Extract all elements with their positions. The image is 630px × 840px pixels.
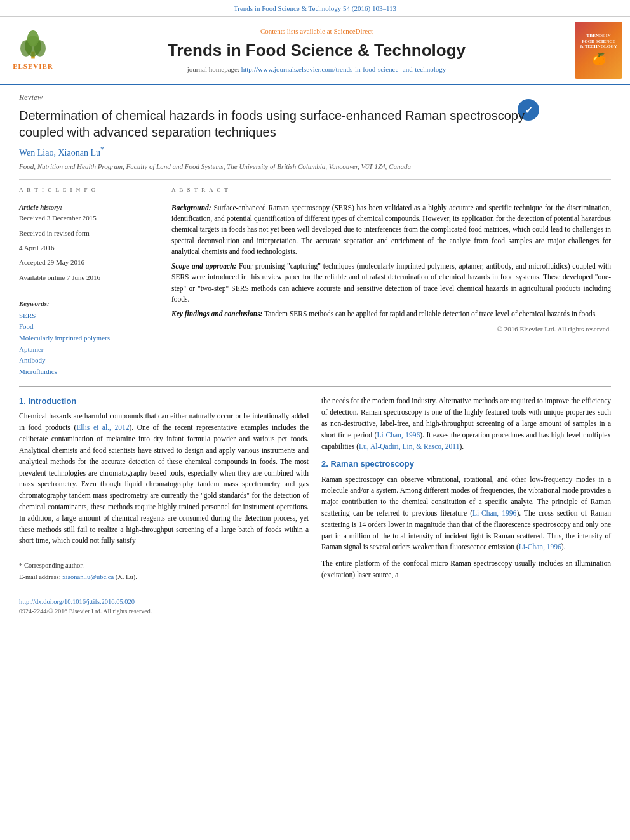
findings-label: Key findings and conclusions:	[171, 310, 262, 317]
scope-text: Four promising "capturing" techniques (m…	[171, 262, 611, 303]
accepted-date: Accepted 29 May 2016	[19, 258, 159, 267]
article-title-text: Determination of chemical hazards in foo…	[19, 109, 525, 139]
corresponding-note: * Corresponding author.	[19, 561, 309, 571]
keyword-3: Molecularly imprinted polymers	[19, 333, 159, 344]
background-text: Surface-enhanced Raman spectroscopy (SER…	[171, 204, 611, 255]
article-content: Review Determination of chemical hazards…	[0, 85, 630, 622]
citation-text: Trends in Food Science & Technology 54 (…	[234, 4, 396, 12]
keyword-6: Microfluidics	[19, 366, 159, 378]
homepage-url[interactable]: http://www.journals.elsevier.com/trends-…	[241, 65, 446, 73]
header-divider	[19, 179, 611, 180]
revised-label: Received in revised form	[19, 229, 159, 238]
section-divider	[19, 386, 611, 387]
email-label: E-mail address:	[19, 573, 61, 580]
svg-point-4	[27, 30, 39, 46]
article-title: Determination of chemical hazards in foo…	[19, 107, 540, 140]
section1-paragraph: Chemical hazards are harmful compounds t…	[19, 411, 309, 547]
article-info-heading: A R T I C L E I N F O	[19, 186, 159, 197]
elsevier-text: ELSEVIER	[13, 62, 53, 71]
authors: Wen Liao, Xiaonan Lu*	[19, 145, 611, 159]
keyword-1: SERS	[19, 310, 159, 322]
section2-paragraph1: Raman spectroscopy can observe vibration…	[321, 474, 611, 554]
sciencedirect-link[interactable]: ScienceDirect	[333, 27, 373, 35]
info-abstract-section: A R T I C L E I N F O Article history: R…	[19, 186, 611, 377]
citation-link-ellis[interactable]: Ellis et al., 2012	[76, 423, 129, 431]
svg-text:✓: ✓	[525, 105, 533, 116]
revised-date: 4 April 2016	[19, 243, 159, 253]
footnote-area: * Corresponding author. E-mail address: …	[19, 557, 309, 616]
issn-text: 0924-2244/© 2016 Elsevier Ltd. All right…	[19, 607, 309, 616]
citation-link-lichan2[interactable]: Li-Chan, 1996	[473, 509, 516, 517]
email-link[interactable]: xiaonan.lu@ubc.ca	[62, 573, 114, 580]
doi-line: http://dx.doi.org/10.1016/j.tifs.2016.05…	[19, 596, 309, 607]
abstract-background: Background: Surface-enhanced Raman spect…	[171, 203, 611, 257]
body-right: the needs for the modern food industry. …	[321, 396, 611, 616]
homepage-label: journal homepage:	[187, 65, 239, 73]
body-section: 1. Introduction Chemical hazards are har…	[19, 396, 611, 616]
email-suffix: (X. Lu).	[116, 573, 137, 580]
keywords-list: SERS Food Molecularly imprinted polymers…	[19, 310, 159, 378]
citation-link-lichan1[interactable]: Li-Chan, 1996	[377, 431, 420, 439]
keyword-2: Food	[19, 321, 159, 333]
received-date: Received 3 December 2015	[19, 213, 159, 223]
corresponding-label: * Corresponding author.	[19, 562, 84, 569]
history-label: Article history:	[19, 203, 159, 212]
affiliation: Food, Nutrition and Health Program, Facu…	[19, 162, 611, 171]
background-label: Background:	[171, 204, 211, 211]
section1-title: 1. Introduction	[19, 396, 309, 407]
doi-link[interactable]: http://dx.doi.org/10.1016/j.tifs.2016.05…	[19, 598, 135, 605]
elsevier-logo: ELSEVIER	[8, 30, 58, 71]
online-date: Available online 7 June 2016	[19, 273, 159, 283]
abstract-heading: A B S T R A C T	[171, 186, 611, 197]
section2-title: 2. Raman spectroscopy	[321, 458, 611, 470]
abstract-section: A B S T R A C T Background: Surface-enha…	[171, 186, 611, 377]
abstract-findings: Key findings and conclusions: Tandem SER…	[171, 309, 611, 319]
keywords-label: Keywords:	[19, 299, 159, 309]
citation-bar: Trends in Food Science & Technology 54 (…	[0, 0, 630, 17]
section1-title-text: Introduction	[28, 396, 76, 406]
section1-continued: the needs for the modern food industry. …	[321, 396, 611, 452]
authors-text: Wen Liao, Xiaonan Lu*	[19, 148, 104, 157]
copyright: © 2016 Elsevier Ltd. All rights reserved…	[171, 324, 611, 334]
email-note: E-mail address: xiaonan.lu@ubc.ca (X. Lu…	[19, 573, 309, 582]
journal-title: Trends in Food Science & Technology	[65, 39, 568, 62]
elsevier-tree-icon	[14, 30, 52, 62]
citation-link-lichan3[interactable]: Li-Chan, 1996	[519, 543, 561, 550]
homepage-line: journal homepage: http://www.journals.el…	[65, 65, 568, 74]
section2-paragraph2: The entire platform of the confocal micr…	[321, 558, 611, 581]
journal-cover: TRENDS INFOOD SCIENCE& TECHNOLOGY 🍊	[575, 22, 622, 79]
section1-number: 1.	[19, 396, 26, 406]
sciencedirect-line: Contents lists available at ScienceDirec…	[65, 27, 568, 36]
section2-title-text: Raman spectroscopy	[330, 459, 414, 469]
keyword-4: Aptamer	[19, 344, 159, 356]
sciencedirect-label: Contents lists available at	[260, 27, 332, 35]
body-left: 1. Introduction Chemical hazards are har…	[19, 396, 309, 616]
scope-label: Scope and approach:	[171, 262, 236, 270]
journal-header: ELSEVIER Contents lists available at Sci…	[0, 17, 630, 85]
abstract-scope: Scope and approach: Four promising "capt…	[171, 261, 611, 305]
findings-text: Tandem SERS methods can be applied for r…	[264, 310, 597, 317]
journal-center: Contents lists available at ScienceDirec…	[65, 27, 568, 74]
citation-link-lu2011[interactable]: Lu, Al-Qadiri, Lin, & Rasco, 2011	[359, 443, 459, 450]
keyword-5: Antibody	[19, 355, 159, 366]
article-info: A R T I C L E I N F O Article history: R…	[19, 186, 159, 377]
section2-number: 2.	[321, 459, 328, 469]
